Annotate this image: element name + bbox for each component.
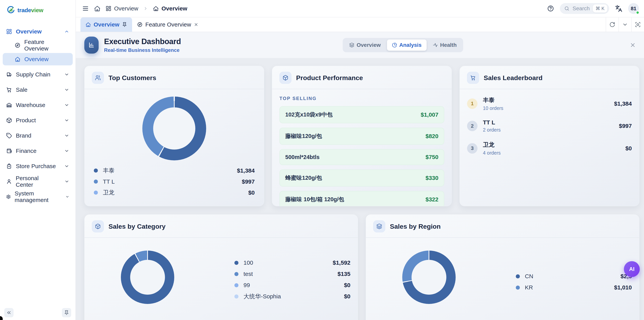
top-selling-row[interactable]: 藤椒味 10包/箱 120g/包 $322 xyxy=(280,191,444,206)
brand-logo[interactable]: tradeview xyxy=(0,0,76,15)
product-name: 藤椒味120g/包 xyxy=(285,132,322,140)
card-title: Sales by Region xyxy=(390,223,441,230)
rank-badge: 3 xyxy=(467,143,478,154)
top-selling-row[interactable]: 102克x10袋x9中包 $1,007 xyxy=(280,106,444,123)
layout-dashboard-icon xyxy=(6,29,12,35)
sidebar-item-supply-chain[interactable]: Supply Chain xyxy=(3,68,73,81)
search-input[interactable]: Search ⌘ K xyxy=(560,3,609,14)
tab-options-button[interactable] xyxy=(618,18,631,32)
avatar[interactable]: 81 xyxy=(628,3,639,14)
top-customers-legend: 丰泰 $1,384 TT L $997 卫龙 $0 xyxy=(84,160,264,205)
chevron-right-icon xyxy=(143,6,148,11)
chevron-down-icon xyxy=(64,179,69,184)
tab-overview[interactable]: Overview xyxy=(80,18,132,32)
sidebar-item-store-purchase[interactable]: Store Purchase xyxy=(3,160,73,172)
sidebar-item-feature-overview[interactable]: Feature Overview xyxy=(3,39,73,52)
ai-assistant-button[interactable]: AI xyxy=(624,261,640,277)
tab-label: Overview xyxy=(94,21,119,28)
legend-item[interactable]: 丰泰 $1,384 xyxy=(94,165,255,176)
sidebar-item-product[interactable]: Product xyxy=(3,114,73,127)
collapse-sidebar-button[interactable] xyxy=(4,308,14,317)
legend-dot xyxy=(94,191,98,195)
sidebar-item-label: Overview xyxy=(24,56,48,63)
legend-dot xyxy=(94,180,98,184)
pin-sidebar-button[interactable] xyxy=(62,308,71,317)
topbar: Overview Overview Search ⌘ K 81 xyxy=(76,0,644,17)
topbar-actions: Search ⌘ K 81 xyxy=(547,3,639,14)
fullscreen-button[interactable] xyxy=(631,18,644,32)
legend-item[interactable]: KR $1,010 xyxy=(516,282,632,293)
tab-actions xyxy=(606,18,644,32)
layout-dashboard-icon xyxy=(106,6,112,12)
sidebar-item-sale[interactable]: Sale xyxy=(3,84,73,96)
product-value: $750 xyxy=(426,154,438,160)
legend-dot xyxy=(516,274,520,278)
legend-item[interactable]: 100 $1,592 xyxy=(234,257,350,268)
tab-feature-overview[interactable]: Feature Overview xyxy=(132,18,204,32)
sales-by-region-donut-chart xyxy=(402,250,456,304)
chevron-down-icon xyxy=(65,194,69,199)
breadcrumb-section[interactable]: Overview xyxy=(106,5,138,12)
activity-icon xyxy=(433,43,438,48)
warehouse-icon xyxy=(6,102,12,108)
card-title: Product Performance xyxy=(296,74,363,82)
sidebar-item-label: Feature Overview xyxy=(24,39,69,52)
home-icon[interactable] xyxy=(94,5,100,12)
sales-value: $997 xyxy=(619,123,632,129)
dash-tab-health[interactable]: Health xyxy=(428,40,462,51)
top-selling-row[interactable]: 蜂蜜味120g/包 $330 xyxy=(280,169,444,186)
product-name: 500ml*24btls xyxy=(285,154,320,160)
product-value: $1,007 xyxy=(421,111,438,118)
package-icon xyxy=(280,72,292,84)
help-icon[interactable] xyxy=(547,5,554,12)
sidebar-item-system-management[interactable]: System management xyxy=(3,191,73,203)
refresh-button[interactable] xyxy=(606,18,618,32)
sidebar-item-overview[interactable]: Overview xyxy=(3,53,73,65)
customer-name: 卫龙 xyxy=(483,141,501,149)
pin-icon[interactable] xyxy=(122,22,127,27)
leaderboard-row[interactable]: 3 卫龙 4 orders $0 xyxy=(467,141,632,156)
top-selling-row[interactable]: 藤椒味120g/包 $820 xyxy=(280,128,444,145)
sales-value: $0 xyxy=(626,145,632,152)
legend-item[interactable]: CN $2,5 xyxy=(516,271,632,282)
legend-item[interactable]: test $135 xyxy=(234,268,350,279)
sidebar-group-overview[interactable]: Overview xyxy=(3,26,73,38)
close-tab-icon[interactable] xyxy=(194,22,198,27)
legend-value: $0 xyxy=(344,293,350,300)
sidebar-item-personal-center[interactable]: Personal Center xyxy=(3,175,73,188)
legend-label: 卫龙 xyxy=(103,189,114,197)
dashboard-header: Executive Dashboard Real-time Business I… xyxy=(76,32,644,58)
legend-item[interactable]: 卫龙 $0 xyxy=(94,187,255,198)
leaderboard-row[interactable]: 2 TT L 2 orders $997 xyxy=(467,119,632,133)
top-selling-row[interactable]: 500ml*24btls $750 xyxy=(280,149,444,165)
legend-value: $0 xyxy=(344,282,350,288)
legend-label: CN xyxy=(525,273,533,279)
chevron-down-icon xyxy=(64,87,69,92)
sidebar-item-brand[interactable]: Brand xyxy=(3,129,73,142)
dash-tab-analysis[interactable]: Analysis xyxy=(387,40,427,51)
translate-icon[interactable] xyxy=(615,5,622,12)
sidebar-item-label: Store Purchase xyxy=(16,163,56,169)
leaderboard-row[interactable]: 1 丰泰 10 orders $1,384 xyxy=(467,96,632,111)
close-icon[interactable] xyxy=(630,42,636,48)
menu-icon[interactable] xyxy=(82,5,89,12)
sidebar-item-warehouse[interactable]: Warehouse xyxy=(3,99,73,111)
home-icon xyxy=(153,6,159,12)
sidebar-item-finance[interactable]: Finance xyxy=(3,145,73,157)
legend-value: $1,010 xyxy=(614,284,632,291)
legend-item[interactable]: 99 $0 xyxy=(234,279,350,291)
chevron-down-icon xyxy=(64,164,69,169)
product-value: $820 xyxy=(426,133,438,140)
tradeview-logo-icon xyxy=(6,6,16,15)
dash-tab-overview[interactable]: Overview xyxy=(344,40,386,51)
customer-name: 丰泰 xyxy=(483,96,504,104)
legend-item[interactable]: TT L $997 xyxy=(94,176,255,187)
shopping-cart-icon xyxy=(467,72,479,84)
section-label: TOP SELLING xyxy=(280,96,444,101)
legend-item[interactable]: 大统华-Sophia $0 xyxy=(234,291,350,302)
legend-dot xyxy=(234,294,238,298)
breadcrumb-current[interactable]: Overview xyxy=(153,5,187,12)
dashboard-cards: Top Customers 丰泰 $1,384 xyxy=(76,58,644,320)
legend-dot xyxy=(94,169,98,173)
sidebar-item-label: Finance xyxy=(16,148,36,154)
